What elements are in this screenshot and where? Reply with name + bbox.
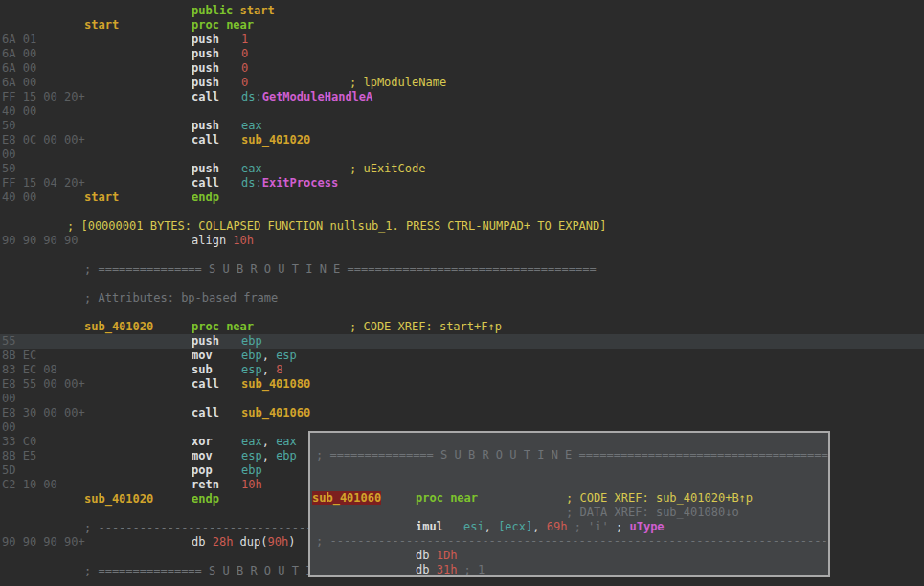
- numeric-literal: 1: [241, 33, 248, 46]
- asm-line[interactable]: E8 30 00 00+callsub_401060: [0, 406, 924, 420]
- register-name[interactable]: ds: [241, 176, 255, 190]
- byte-bytes-column: 00: [2, 392, 15, 405]
- asm-line[interactable]: ; [00000001 BYTES: COLLAPSED FUNCTION nu…: [0, 219, 924, 234]
- register-name[interactable]: ebp: [241, 463, 262, 477]
- code-chunk: 6A 00: [2, 76, 36, 90]
- import-name[interactable]: ExitProcess: [262, 176, 338, 190]
- dim-comment-text: ; 1: [457, 563, 485, 576]
- asm-line[interactable]: E8 0C 00 00+callsub_401020: [0, 133, 924, 147]
- keyword: near: [226, 320, 254, 333]
- label-identifier[interactable]: start: [84, 18, 119, 32]
- asm-line[interactable]: 6A 00push0: [0, 61, 924, 76]
- register-name[interactable]: eax: [241, 162, 262, 175]
- asm-line[interactable]: 00: [0, 392, 924, 406]
- import-name[interactable]: uType: [629, 520, 664, 533]
- label-identifier[interactable]: sub_401020: [241, 133, 310, 146]
- byte-bytes-column: 8B E5: [2, 449, 36, 462]
- code-chunk: 00: [2, 392, 15, 406]
- code-chunk: esi, [ecx], 69h ; 'i' ; uType: [463, 520, 665, 534]
- register-name[interactable]: esp: [241, 449, 262, 462]
- mnemonic: mov: [192, 349, 213, 362]
- code-chunk: call: [192, 90, 219, 104]
- label-identifier[interactable]: start: [84, 191, 119, 204]
- register-name[interactable]: eax: [241, 119, 262, 132]
- code-chunk: push: [192, 76, 219, 90]
- import-name[interactable]: GetModuleHandleA: [262, 90, 373, 103]
- code-chunk: 55: [2, 334, 15, 349]
- numeric-literal: 69h: [547, 520, 568, 533]
- dim-comment-text: ; 'i': [567, 520, 608, 533]
- register-name[interactable]: ebp: [276, 449, 297, 462]
- code-chunk: public start: [192, 4, 275, 18]
- current-line[interactable]: 55pushebp: [0, 334, 924, 349]
- numeric-literal: 10h: [241, 478, 262, 491]
- code-chunk: ; lpModuleName: [349, 76, 446, 90]
- asm-line[interactable]: sub_401020proc near; CODE XREF: start+F↑…: [0, 320, 924, 334]
- numeric-literal: 28h: [213, 535, 234, 549]
- mnemonic: call: [192, 176, 219, 190]
- asm-line[interactable]: 50pusheax; uExitCode: [0, 162, 924, 176]
- code-chunk: db 31h ; 1: [416, 563, 485, 577]
- register-name[interactable]: esp: [276, 349, 297, 362]
- asm-line[interactable]: db 31h ; 1: [310, 563, 828, 577]
- register-name[interactable]: ds: [241, 90, 255, 103]
- code-chunk: retn: [192, 478, 219, 492]
- code-chunk: sub_401020: [84, 492, 153, 507]
- asm-line[interactable]: 50pusheax: [0, 119, 924, 133]
- byte-bytes-column: FF 15 04 20+: [2, 176, 85, 190]
- auto-comment-text: ; uExitCode: [349, 162, 425, 175]
- code-chunk: sub_401060: [312, 491, 381, 506]
- asm-line[interactable]: 40 00: [0, 104, 924, 119]
- byte-bytes-column: 50: [2, 119, 15, 132]
- label-identifier[interactable]: sub_401020: [84, 492, 153, 506]
- asm-line[interactable]: ; =============== S U B R O U T I N E ==…: [310, 448, 828, 462]
- asm-line[interactable]: 8B ECmovebp, esp: [0, 349, 924, 363]
- asm-line[interactable]: 6A 01push1: [0, 33, 924, 47]
- register-name[interactable]: esi: [463, 520, 485, 533]
- asm-line[interactable]: FF 15 04 20+callds:ExitProcess: [0, 176, 924, 191]
- highlighted-identifier[interactable]: sub_401060: [312, 491, 381, 505]
- asm-line[interactable]: 40 00startendp: [0, 191, 924, 205]
- keyword: near: [450, 491, 478, 505]
- code-chunk: ; CODE XREF: sub_401020+B↑p: [566, 491, 753, 506]
- asm-line[interactable]: 6A 00push0: [0, 47, 924, 61]
- code-chunk: align 10h: [192, 234, 254, 248]
- asm-line[interactable]: E8 55 00 00+callsub_401080: [0, 377, 924, 392]
- asm-line[interactable]: db 1Dh: [310, 549, 828, 563]
- label-identifier[interactable]: sub_401080: [241, 377, 310, 391]
- register-name[interactable]: eax: [241, 435, 262, 448]
- label-identifier[interactable]: start: [240, 4, 275, 17]
- asm-line[interactable]: startproc near: [0, 18, 924, 33]
- asm-line[interactable]: FF 15 00 20+callds:GetModuleHandleA: [0, 90, 924, 104]
- asm-line[interactable]: ; DATA XREF: sub_401080↓o: [310, 506, 828, 520]
- plain-text: align: [192, 234, 233, 247]
- keyword: proc: [192, 320, 219, 333]
- register-name[interactable]: esp: [241, 363, 262, 376]
- asm-line[interactable]: ; Attributes: bp-based frame: [0, 291, 924, 305]
- asm-line[interactable]: ; =============== S U B R O U T I N E ==…: [0, 262, 924, 277]
- label-identifier[interactable]: sub_401060: [241, 406, 310, 419]
- asm-line[interactable]: 00: [0, 147, 924, 162]
- keyword: public: [192, 4, 233, 17]
- numeric-literal: 0: [241, 76, 248, 89]
- byte-bytes-column: 40 00: [2, 104, 36, 118]
- label-identifier[interactable]: sub_401020: [84, 320, 153, 333]
- asm-line[interactable]: public start: [0, 4, 924, 18]
- mnemonic: pop: [192, 463, 213, 477]
- register-name[interactable]: ebp: [241, 349, 262, 362]
- asm-line[interactable]: sub_401060proc near; CODE XREF: sub_4010…: [310, 491, 828, 506]
- asm-line[interactable]: 6A 00push0; lpModuleName: [0, 76, 924, 90]
- register-name[interactable]: ebp: [241, 334, 262, 348]
- auto-comment-text: ; CODE XREF: sub_401020+B↑p: [566, 491, 753, 505]
- byte-bytes-column: 90 90 90 90: [2, 234, 78, 247]
- asm-line[interactable]: ; --------------------------------------…: [310, 534, 828, 549]
- code-chunk: 0: [241, 61, 248, 76]
- byte-bytes-column: E8 30 00 00+: [2, 406, 85, 419]
- asm-line[interactable]: imulesi, [ecx], 69h ; 'i' ; uType: [310, 520, 828, 534]
- register-name[interactable]: [ecx]: [498, 520, 532, 533]
- code-chunk: eax: [241, 119, 262, 133]
- register-name[interactable]: eax: [276, 435, 297, 448]
- asm-line[interactable]: 83 EC 08subesp, 8: [0, 363, 924, 377]
- asm-line[interactable]: 90 90 90 90align 10h: [0, 234, 924, 248]
- byte-bytes-column: E8 0C 00 00+: [2, 133, 85, 146]
